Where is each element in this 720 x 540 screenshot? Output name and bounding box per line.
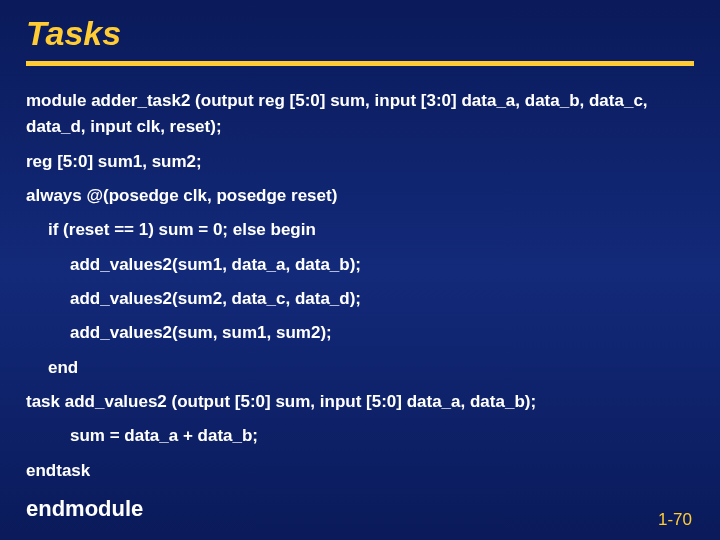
code-line: add_values2(sum1, data_a, data_b); [26,252,694,278]
code-line: always @(posedge clk, posedge reset) [26,183,694,209]
code-line: add_values2(sum, sum1, sum2); [26,320,694,346]
code-block: module adder_task2 (output reg [5:0] sum… [26,88,694,526]
code-line: sum = data_a + data_b; [26,423,694,449]
code-line: if (reset == 1) sum = 0; else begin [26,217,694,243]
code-line: module adder_task2 (output reg [5:0] sum… [26,88,694,141]
code-line: task add_values2 (output [5:0] sum, inpu… [26,389,694,415]
code-line: end [26,355,694,381]
code-line: add_values2(sum2, data_c, data_d); [26,286,694,312]
page-number: 1-70 [658,510,692,530]
code-line: reg [5:0] sum1, sum2; [26,149,694,175]
code-line: endtask [26,458,694,484]
title-underline [26,61,694,66]
code-line-endmodule: endmodule [26,492,694,526]
slide-title: Tasks [26,14,694,53]
